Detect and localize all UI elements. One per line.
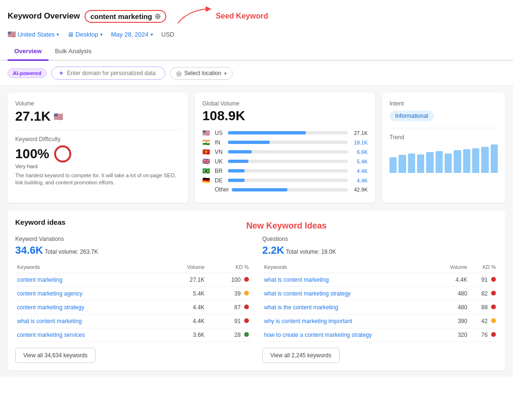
- keyword-cell: why is content marketing important: [262, 315, 436, 328]
- tab-overview[interactable]: Overview: [8, 43, 48, 61]
- other-bar-fill: [232, 188, 287, 191]
- kd-dot-icon: [491, 291, 496, 296]
- country-bar-fill: [228, 160, 248, 163]
- country-bar-bg: [228, 160, 348, 163]
- volume-cell: 390: [436, 315, 469, 328]
- kd-cell: 87: [207, 301, 251, 315]
- currency-label: USD: [162, 31, 174, 38]
- table-row: content marketing agency 5.4K 39: [15, 287, 251, 301]
- country-row: 🇧🇷 BR 4.4K: [202, 167, 368, 174]
- country-bar-fill: [228, 131, 306, 134]
- keyword-cell: content marketing agency: [15, 287, 162, 301]
- keyword-link[interactable]: what is content marketing: [264, 277, 329, 283]
- kd-dot-icon: [244, 291, 249, 296]
- country-bars: 🇺🇸 US 27.1K 🇮🇳 IN 18.1K 🇻🇳 VN 6.6K 🇬🇧 UK: [202, 129, 368, 184]
- trend-bar-item: [426, 152, 433, 173]
- other-value: 42.9K: [351, 187, 368, 192]
- country-flag-icon: 🇮🇳: [202, 139, 212, 146]
- main-content: Volume 27.1K 🇺🇸 Keyword Difficulty 100% …: [0, 86, 513, 377]
- keyword-link[interactable]: content marketing agency: [17, 290, 82, 297]
- domain-input[interactable]: [67, 70, 157, 76]
- variations-count: 34.6K: [15, 244, 43, 256]
- volume-kd-card: Volume 27.1K 🇺🇸 Keyword Difficulty 100% …: [8, 93, 188, 203]
- country-row: 🇺🇸 US 27.1K: [202, 129, 368, 136]
- volume-cell: 27.1K: [162, 273, 206, 287]
- country-bar-bg: [228, 179, 348, 182]
- keyword-variations-section: Keyword Variations 34.6K Total volume: 2…: [15, 236, 251, 363]
- domain-input-wrapper[interactable]: ✦: [51, 67, 165, 80]
- divider2: [390, 128, 498, 128]
- keyword-ideas-columns: Keyword Variations 34.6K Total volume: 2…: [15, 236, 498, 363]
- global-volume-label: Global Volume: [202, 100, 368, 107]
- variations-col-kd: KD %: [207, 261, 251, 273]
- trend-label: Trend: [390, 134, 498, 141]
- kd-cell: 91: [207, 315, 251, 328]
- country-bar-fill: [228, 169, 245, 172]
- country-row: 🇮🇳 IN 18.1K: [202, 139, 368, 146]
- intent-badge: Informational: [390, 111, 434, 121]
- country-bar-bg: [228, 131, 348, 134]
- intent-trend-card: Intent Informational Trend: [382, 93, 505, 203]
- country-code: US: [215, 130, 225, 136]
- tab-bulk-analysis[interactable]: Bulk Analysis: [48, 43, 98, 61]
- country-code: IN: [215, 139, 225, 146]
- variations-view-all-button[interactable]: View all 34,634 keywords: [15, 348, 95, 363]
- questions-view-all-button[interactable]: View all 2,245 keywords: [262, 348, 340, 363]
- country-value: 6.6K: [351, 149, 368, 155]
- volume-label: Volume: [15, 100, 180, 107]
- other-row: Other 42.9K: [202, 186, 368, 193]
- tab-bar: Overview Bulk Analysis: [0, 43, 513, 61]
- country-flag-icon: 🇺🇸: [202, 129, 212, 136]
- kd-cell: 28: [207, 328, 251, 342]
- variations-section-title: Keyword Variations: [15, 236, 251, 242]
- device-filter[interactable]: 🖥 Desktop ▾: [67, 31, 103, 38]
- trend-bar-item: [454, 150, 461, 173]
- country-bar-bg: [228, 169, 348, 172]
- date-chevron-icon: ▾: [151, 32, 153, 37]
- keyword-link[interactable]: content marketing: [17, 277, 62, 283]
- keyword-link[interactable]: content marketing strategy: [17, 304, 84, 311]
- table-row: content marketing 27.1K 100: [15, 273, 251, 287]
- keyword-text: content marketing: [90, 12, 152, 20]
- global-volume-value: 108.9K: [202, 108, 368, 124]
- country-code: DE: [215, 177, 225, 184]
- keyword-link[interactable]: what is content marketing: [17, 318, 82, 325]
- questions-count: 2.2K: [262, 244, 284, 256]
- trend-bar-item: [417, 154, 424, 173]
- volume-cell: 480: [436, 301, 469, 315]
- trend-bar-item: [445, 153, 452, 173]
- add-keyword-icon[interactable]: ⊕: [154, 12, 161, 21]
- volume-cell: 5.4K: [162, 287, 206, 301]
- keyword-cell: what is content marketing: [15, 315, 162, 328]
- date-filter[interactable]: May 28, 2024 ▾: [111, 31, 153, 38]
- keyword-link[interactable]: content marketing services: [17, 332, 85, 338]
- table-row: content marketing services 3.6K 28: [15, 328, 251, 342]
- device-icon: 🖥: [67, 31, 74, 38]
- keyword-ideas-section: Keyword ideas New Keyword Ideas Keyword …: [8, 210, 505, 371]
- country-code: VN: [215, 149, 225, 155]
- country-bar-fill: [228, 179, 245, 182]
- kd-description: The hardest keyword to compete for. It w…: [15, 172, 180, 187]
- kd-dot-icon: [491, 332, 496, 337]
- kd-cell: 100: [207, 273, 251, 287]
- country-filter[interactable]: 🇺🇸 United States ▾: [8, 30, 59, 38]
- country-flag-icon: 🇻🇳: [202, 148, 212, 155]
- table-row: what is content marketing 4.4K 91: [262, 273, 498, 287]
- country-row: 🇻🇳 VN 6.6K: [202, 148, 368, 155]
- volume-cell: 4.4K: [162, 301, 206, 315]
- keyword-link[interactable]: what is the content marketing: [264, 304, 338, 311]
- variations-table: Keywords Volume KD % content marketing 2…: [15, 261, 251, 342]
- keyword-link[interactable]: how to create a content marketing strate…: [264, 332, 372, 338]
- device-chevron-icon: ▾: [100, 32, 103, 37]
- location-label: Select location: [184, 70, 221, 76]
- country-value: 27.1K: [351, 130, 368, 136]
- keyword-cell: what is content marketing strategy: [262, 287, 436, 301]
- location-select[interactable]: ◎ Select location ▾: [170, 67, 233, 80]
- trend-bar-item: [463, 149, 470, 173]
- questions-col-volume: Volume: [436, 261, 469, 273]
- country-value: 18.1K: [351, 140, 368, 145]
- keyword-link[interactable]: what is content marketing strategy: [264, 290, 351, 297]
- keyword-link[interactable]: why is content marketing important: [264, 318, 352, 325]
- page-title: Keyword Overview: [8, 11, 80, 21]
- kd-dot-icon: [491, 318, 496, 323]
